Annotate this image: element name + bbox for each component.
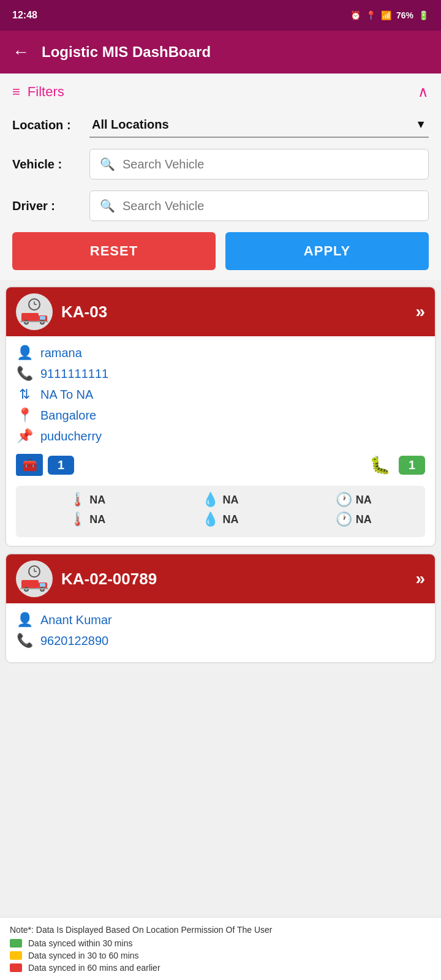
driver-row-2: 👤 Anant Kumar <box>16 612 425 628</box>
stats-row-1b: 🌡️ NA 💧 NA 🕐 NA <box>21 511 420 527</box>
cards-section: KA-03 » 👤 ramana 📞 9111111111 ⇅ NA To NA… <box>0 286 441 663</box>
legend-label-red: Data synced in 60 mins and earlier <box>28 963 160 973</box>
phone-icon-2: 📞 <box>16 633 33 649</box>
truck-avatar-1 <box>16 293 53 330</box>
truck-icon-2 <box>19 565 50 592</box>
speedometer-icon-1b: 💧 <box>202 511 219 527</box>
clock-stat-1: 🕐 NA <box>336 492 372 508</box>
card-header-1[interactable]: KA-03 » <box>6 287 435 336</box>
card-navigate-1[interactable]: » <box>415 302 425 322</box>
alarm-icon: ⏰ <box>350 10 361 20</box>
driver-search-input[interactable] <box>123 199 418 213</box>
route-text-1: NA To NA <box>40 388 93 402</box>
card-body-2: 👤 Anant Kumar 📞 9620122890 <box>6 603 435 662</box>
person-icon-1: 👤 <box>16 345 33 361</box>
vehicle-filter-row: Vehicle : 🔍 <box>12 149 429 179</box>
legend-note: Note*: Data Is Displayed Based On Locati… <box>10 925 431 935</box>
toolbox-icon-1: 🧰 <box>16 454 43 476</box>
svg-rect-5 <box>40 316 45 320</box>
stats-grid-1: 🌡️ NA 💧 NA 🕐 NA 🌡️ NA <box>16 486 425 537</box>
truck-avatar-2 <box>16 560 53 597</box>
status-bar: 12:48 ⏰ 📍 📶 76% 🔋 <box>0 0 441 31</box>
temp-value-1a: NA <box>89 494 105 507</box>
status-icons: ⏰ 📍 📶 76% 🔋 <box>350 10 429 20</box>
temp-value-1b: NA <box>89 513 105 526</box>
driver-search-icon: 🔍 <box>100 198 115 213</box>
driver-name-1: ramana <box>40 346 82 360</box>
svg-rect-3 <box>21 313 39 322</box>
bottom-legend: Note*: Data Is Displayed Based On Locati… <box>0 917 441 980</box>
thermometer-icon-1a: 🌡️ <box>69 492 86 508</box>
app-title: Logistic MIS DashBoard <box>42 43 211 61</box>
clock-value-1a: NA <box>356 494 372 507</box>
card-navigate-2[interactable]: » <box>415 569 425 589</box>
filters-left: ≡ Filters <box>12 84 64 100</box>
vehicle-label: Vehicle : <box>12 157 80 172</box>
route-icon-1: ⇅ <box>16 386 33 402</box>
vehicle-card-1: KA-03 » 👤 ramana 📞 9111111111 ⇅ NA To NA… <box>5 286 436 547</box>
temp-stat-1: 🌡️ NA <box>69 492 105 508</box>
filters-label: Filters <box>28 84 64 100</box>
speedometer-icon-1a: 💧 <box>202 492 219 508</box>
truck-icon-1 <box>19 298 50 325</box>
location-icon: 📍 <box>366 10 376 20</box>
destination-text-1: puducherry <box>40 429 102 443</box>
reset-button[interactable]: RESET <box>12 232 216 270</box>
driver-label: Driver : <box>12 199 80 213</box>
map-pin-icon-1: 📍 <box>16 407 33 423</box>
svg-rect-14 <box>21 580 39 589</box>
collapse-icon[interactable]: ∧ <box>418 83 429 100</box>
dropdown-arrow-icon: ▼ <box>415 118 426 131</box>
location-filter-row: Location : All Locations ▼ <box>12 113 429 138</box>
filters-section: ≡ Filters ∧ Location : All Locations ▼ V… <box>0 74 441 280</box>
app-bar: ← Logistic MIS DashBoard <box>0 31 441 74</box>
status-time: 12:48 <box>12 10 37 21</box>
battery-text: 76% <box>396 10 413 20</box>
speed-stat-1b: 💧 NA <box>202 511 238 527</box>
legend-label-green: Data synced within 30 mins <box>28 938 132 948</box>
phone-row-1: 📞 9111111111 <box>16 366 425 382</box>
wifi-icon: 📶 <box>381 10 391 20</box>
filter-icon: ≡ <box>12 84 20 100</box>
vehicle-search-box: 🔍 <box>89 149 429 179</box>
phone-number-1: 9111111111 <box>40 367 108 381</box>
pest-icon-1: 🐛 <box>367 451 394 478</box>
driver-name-2: Anant Kumar <box>40 613 112 627</box>
bag-count-1: 1 <box>48 456 74 475</box>
clock-stat-1b: 🕐 NA <box>336 511 372 527</box>
filter-buttons-row: RESET APPLY <box>12 232 429 270</box>
svg-rect-21 <box>20 588 48 589</box>
temp-stat-1b: 🌡️ NA <box>69 511 105 527</box>
location-value: All Locations <box>92 118 169 132</box>
legend-dot-green <box>10 939 22 948</box>
pest-count-1: 1 <box>399 456 425 475</box>
phone-number-2: 9620122890 <box>40 634 108 648</box>
speed-value-1a: NA <box>222 494 238 507</box>
card-body-1: 👤 ramana 📞 9111111111 ⇅ NA To NA 📍 Banga… <box>6 336 435 546</box>
thermometer-icon-1b: 🌡️ <box>69 511 86 527</box>
legend-items: Data synced within 30 mins Data synced i… <box>10 938 431 973</box>
route-row-1: ⇅ NA To NA <box>16 386 425 402</box>
card-header-2[interactable]: KA-02-00789 » <box>6 554 435 603</box>
pest-badge-group-1: 🐛 1 <box>367 451 425 478</box>
speed-value-1b: NA <box>222 513 238 526</box>
legend-item-red: Data synced in 60 mins and earlier <box>10 963 431 973</box>
phone-icon-1: 📞 <box>16 366 33 382</box>
driver-search-box: 🔍 <box>89 190 429 221</box>
legend-label-yellow: Data synced in 30 to 60 mins <box>28 951 139 960</box>
speed-stat-1: 💧 NA <box>202 492 238 508</box>
stats-row-1a: 🌡️ NA 💧 NA 🕐 NA <box>21 492 420 508</box>
back-button[interactable]: ← <box>12 42 29 62</box>
location-dropdown[interactable]: All Locations ▼ <box>89 113 429 138</box>
vehicle-card-2: KA-02-00789 » 👤 Anant Kumar 📞 9620122890 <box>5 553 436 663</box>
vehicle-search-input[interactable] <box>123 157 418 172</box>
battery-icon: 🔋 <box>418 10 429 20</box>
vehicle-id-1: KA-03 <box>61 303 407 322</box>
legend-item-yellow: Data synced in 30 to 60 mins <box>10 951 431 960</box>
bag-badge-group-1: 🧰 1 <box>16 454 74 476</box>
pin-icon-1: 📌 <box>16 428 33 444</box>
clock-value-1b: NA <box>356 513 372 526</box>
apply-button[interactable]: APPLY <box>225 232 429 270</box>
phone-row-2: 📞 9620122890 <box>16 633 425 649</box>
driver-row-1: 👤 ramana <box>16 345 425 361</box>
